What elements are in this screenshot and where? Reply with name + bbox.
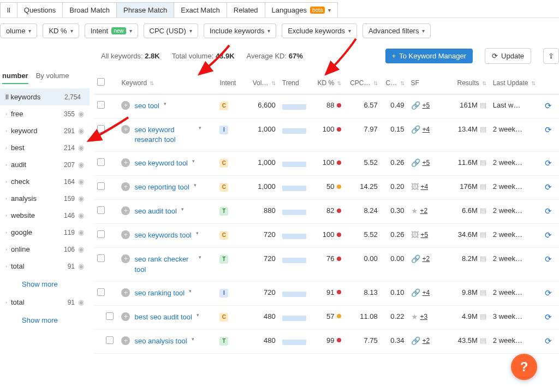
row-checkbox[interactable]: [97, 206, 105, 214]
caret-down-icon[interactable]: ▾: [192, 336, 194, 342]
sidebar-all-keywords[interactable]: ll keywords 2,754: [0, 88, 90, 105]
tab-phrase-match[interactable]: Phrase Match: [116, 2, 174, 17]
sidebar-total[interactable]: › total 91 ◉: [0, 294, 90, 311]
help-button[interactable]: ?: [511, 354, 537, 380]
filter-cpc[interactable]: CPC (USD)▾: [144, 23, 198, 38]
keyword-link[interactable]: best seo audit tool: [134, 312, 192, 322]
sidebar-item-audit[interactable]: ›audit207◉: [0, 156, 90, 173]
caret-down-icon[interactable]: ▾: [192, 158, 195, 164]
sidebar-tab-number[interactable]: number: [2, 72, 28, 84]
add-keyword-icon[interactable]: +: [121, 336, 130, 345]
keyword-link[interactable]: seo keywords tool: [134, 230, 191, 240]
col-results[interactable]: Results ⇅: [444, 72, 490, 94]
col-intent[interactable]: Intent: [216, 72, 244, 94]
col-keyword[interactable]: Keyword ⇅: [118, 72, 216, 94]
tab-all[interactable]: ll: [0, 2, 17, 17]
filter-include-keywords[interactable]: Include keywords▾: [204, 23, 276, 38]
col-kd[interactable]: KD % ⇅: [312, 72, 344, 94]
serp-icon[interactable]: ▤: [480, 182, 486, 191]
filter-intent[interactable]: Intentnew▾: [85, 23, 138, 38]
sf-count[interactable]: +2: [423, 255, 430, 263]
serp-icon[interactable]: ▤: [480, 312, 486, 320]
sf-count[interactable]: +2: [423, 337, 430, 345]
update-button[interactable]: ⟳Update: [485, 48, 531, 64]
add-keyword-icon[interactable]: +: [121, 254, 130, 263]
tab-questions[interactable]: Questions: [17, 2, 63, 17]
sf-count[interactable]: +2: [420, 207, 428, 215]
sidebar-item-total[interactable]: ›total91◉: [0, 258, 90, 275]
col-last-update[interactable]: Last Update ⇅: [490, 72, 542, 94]
caret-down-icon[interactable]: ▾: [199, 125, 201, 130]
col-com[interactable]: C… ⇅: [381, 72, 408, 94]
refresh-row-icon[interactable]: ⟳: [545, 288, 552, 298]
row-checkbox[interactable]: [97, 182, 105, 190]
serp-icon[interactable]: ▤: [480, 101, 486, 109]
keyword-link[interactable]: seo keyword tool: [134, 158, 188, 168]
refresh-row-icon[interactable]: ⟳: [545, 125, 552, 134]
serp-icon[interactable]: ▤: [480, 336, 486, 345]
tab-related[interactable]: Related: [227, 2, 265, 17]
add-keyword-icon[interactable]: +: [121, 101, 130, 110]
keyword-link[interactable]: seo reporting tool: [134, 182, 189, 192]
caret-down-icon[interactable]: ▾: [196, 230, 199, 236]
serp-icon[interactable]: ▤: [480, 288, 486, 296]
export-button[interactable]: ⇪: [543, 48, 559, 64]
row-checkbox[interactable]: [97, 254, 105, 262]
keyword-link[interactable]: seo keyword research tool: [134, 125, 194, 145]
row-checkbox[interactable]: [97, 158, 105, 166]
serp-icon[interactable]: ▤: [480, 254, 486, 263]
serp-icon[interactable]: ▤: [480, 158, 486, 167]
caret-down-icon[interactable]: ▾: [189, 288, 192, 294]
col-sf[interactable]: SF: [408, 72, 445, 94]
sidebar-show-more-2[interactable]: Show more: [0, 311, 90, 330]
refresh-row-icon[interactable]: ⟳: [545, 182, 552, 192]
sf-count[interactable]: +5: [423, 102, 430, 109]
add-keyword-icon[interactable]: +: [121, 230, 130, 239]
add-keyword-icon[interactable]: +: [121, 206, 130, 215]
select-all-checkbox[interactable]: [97, 78, 105, 86]
row-checkbox[interactable]: [97, 101, 105, 109]
row-checkbox[interactable]: [97, 125, 105, 133]
tab-broad-match[interactable]: Broad Match: [62, 2, 117, 17]
refresh-row-icon[interactable]: ⟳: [545, 336, 552, 346]
sidebar-item-google[interactable]: ›google119◉: [0, 224, 90, 241]
caret-down-icon[interactable]: ▾: [199, 254, 201, 260]
sf-count[interactable]: +4: [423, 126, 430, 133]
sidebar-item-check[interactable]: ›check164◉: [0, 173, 90, 190]
row-checkbox[interactable]: [97, 288, 105, 296]
refresh-row-icon[interactable]: ⟳: [545, 158, 552, 168]
sidebar-item-keyword[interactable]: ›keyword291◉: [0, 122, 90, 139]
row-checkbox[interactable]: [106, 336, 114, 344]
keyword-link[interactable]: seo ranking tool: [134, 288, 185, 298]
sf-count[interactable]: +5: [421, 231, 429, 239]
sidebar-item-online[interactable]: ›online106◉: [0, 241, 90, 258]
refresh-row-icon[interactable]: ⟳: [545, 230, 552, 240]
tab-exact-match[interactable]: Exact Match: [174, 2, 227, 17]
sf-count[interactable]: +4: [423, 289, 430, 296]
keyword-link[interactable]: seo audit tool: [134, 206, 176, 216]
filter-advanced[interactable]: Advanced filters▾: [362, 23, 431, 38]
col-trend[interactable]: Trend: [279, 72, 312, 94]
filter-volume[interactable]: olume▾: [0, 23, 37, 38]
col-cpc[interactable]: CPC… ⇅: [344, 72, 380, 94]
refresh-row-icon[interactable]: ⟳: [545, 206, 552, 216]
row-checkbox[interactable]: [106, 312, 114, 320]
serp-icon[interactable]: ▤: [480, 206, 486, 215]
refresh-row-icon[interactable]: ⟳: [545, 254, 552, 264]
filter-kd[interactable]: KD %▾: [43, 23, 79, 38]
to-keyword-manager-button[interactable]: +To Keyword Manager: [385, 49, 473, 63]
sidebar-item-website[interactable]: ›website146◉: [0, 207, 90, 224]
add-keyword-icon[interactable]: +: [121, 182, 130, 191]
tab-languages[interactable]: Languages beta ▾: [265, 2, 338, 17]
serp-icon[interactable]: ▤: [480, 230, 486, 239]
add-keyword-icon[interactable]: +: [121, 158, 130, 167]
sf-count[interactable]: +3: [420, 313, 428, 320]
caret-down-icon[interactable]: ▾: [197, 312, 199, 318]
row-checkbox[interactable]: [97, 230, 105, 238]
refresh-row-icon[interactable]: ⟳: [545, 101, 552, 110]
keyword-link[interactable]: seo analysis tool: [134, 336, 187, 346]
sidebar-item-best[interactable]: ›best214◉: [0, 139, 90, 156]
keyword-link[interactable]: seo tool: [134, 101, 159, 111]
col-volume[interactable]: Vol… ⇅: [244, 72, 279, 94]
serp-icon[interactable]: ▤: [480, 125, 486, 133]
